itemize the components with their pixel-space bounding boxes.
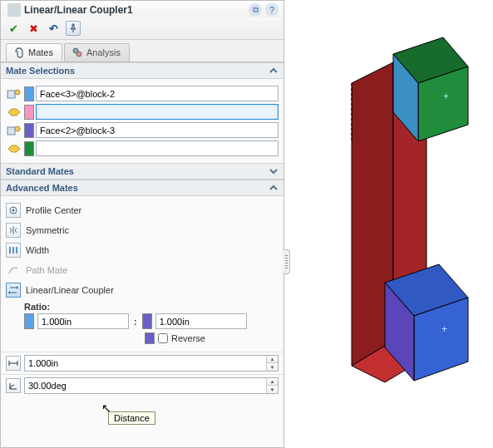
option-width-label: Width xyxy=(26,245,49,255)
selection-input-d[interactable] xyxy=(36,140,279,156)
ratio-swatch-a xyxy=(24,313,34,329)
mate-component-icon xyxy=(6,105,22,120)
swatch-b xyxy=(24,105,34,120)
tooltip: Distance xyxy=(108,411,155,425)
distance-spin-up[interactable]: ▲ xyxy=(267,356,278,363)
undo-button[interactable]: ↶ xyxy=(46,21,61,36)
option-profile-center-label: Profile Center xyxy=(26,205,81,215)
mate-entity-icon xyxy=(6,123,22,138)
section-mate-selections-label: Mate Selections xyxy=(6,66,269,76)
section-advanced-mates-header[interactable]: Advanced Mates xyxy=(1,180,283,196)
pin-button[interactable] xyxy=(66,21,81,36)
section-advanced-mates-body: Profile Center Symmetric Width Path Mate… xyxy=(1,196,283,352)
reverse-label: Reverse xyxy=(171,333,205,343)
svg-marker-14 xyxy=(17,286,18,289)
svg-point-7 xyxy=(12,209,15,212)
section-standard-mates-header[interactable]: Standard Mates xyxy=(1,163,283,180)
section-mate-selections-body xyxy=(1,79,283,163)
action-bar: ✔ ✖ ↶ xyxy=(1,17,283,40)
symmetric-icon xyxy=(6,223,21,238)
profile-center-icon xyxy=(6,203,21,218)
ok-button[interactable]: ✔ xyxy=(6,21,21,36)
svg-marker-15 xyxy=(8,291,10,294)
ratio-separator: : xyxy=(132,317,139,327)
angle-row: ▲ ▼ xyxy=(1,374,283,396)
tab-mates[interactable]: Mates xyxy=(6,43,62,62)
section-advanced-mates-label: Advanced Mates xyxy=(6,183,269,193)
option-symmetric-label: Symmetric xyxy=(26,225,69,235)
svg-rect-4 xyxy=(7,127,15,135)
distance-spin-down[interactable]: ▼ xyxy=(267,363,278,371)
cancel-button[interactable]: ✖ xyxy=(26,21,41,36)
distance-icon xyxy=(6,356,21,371)
angle-input-wrap: ▲ ▼ xyxy=(24,377,279,394)
help-icon[interactable]: ? xyxy=(265,3,279,17)
3d-scene: + + xyxy=(302,33,476,416)
mate-entity-icon xyxy=(6,86,22,101)
reverse-row: Reverse xyxy=(145,332,279,344)
ratio-swatch-b xyxy=(142,313,152,329)
option-linear-coupler-label: Linear/Linear Coupler xyxy=(26,285,114,295)
svg-point-1 xyxy=(76,52,81,57)
cube-origin-marker: + xyxy=(441,323,447,335)
chevron-down-icon xyxy=(269,166,279,176)
reverse-checkbox[interactable] xyxy=(158,333,168,343)
tab-bar: Mates Analysis xyxy=(1,40,283,62)
swatch-a xyxy=(24,86,34,101)
swatch-c xyxy=(24,123,34,138)
svg-rect-2 xyxy=(7,91,15,98)
mate-feature-icon xyxy=(7,3,21,17)
angle-input[interactable] xyxy=(25,381,266,391)
mate-component-icon xyxy=(6,141,22,156)
angle-spin-up[interactable]: ▲ xyxy=(267,378,278,386)
tab-analysis[interactable]: Analysis xyxy=(64,43,130,62)
linear-coupler-icon xyxy=(6,283,21,298)
swatch-d xyxy=(24,141,34,156)
ratio-input-b[interactable] xyxy=(155,313,247,329)
distance-input-wrap: ▲ ▼ xyxy=(24,355,279,372)
ratio-block: Ratio: : Reverse xyxy=(24,302,279,344)
tab-mates-label: Mates xyxy=(28,47,53,57)
ratio-input-a[interactable] xyxy=(37,313,129,329)
option-profile-center[interactable]: Profile Center xyxy=(6,200,279,220)
selection-input-c[interactable] xyxy=(36,122,279,138)
3d-viewport[interactable]: + + xyxy=(284,0,493,448)
chevron-up-icon xyxy=(269,183,279,193)
section-mate-selections-header[interactable]: Mate Selections xyxy=(1,62,283,79)
width-icon xyxy=(6,243,21,258)
chevron-up-icon xyxy=(269,66,279,76)
svg-point-3 xyxy=(15,90,20,95)
option-width[interactable]: Width xyxy=(6,240,279,260)
green-cube: + xyxy=(393,37,468,141)
distance-input[interactable] xyxy=(25,358,266,368)
path-mate-icon xyxy=(6,263,21,278)
settings-help-icon[interactable]: ⧉ xyxy=(249,3,262,17)
option-linear-coupler[interactable]: Linear/Linear Coupler xyxy=(6,280,279,300)
panel-titlebar: Linear/Linear Coupler1 ⧉ ? xyxy=(1,1,283,17)
paperclip-icon xyxy=(13,47,25,58)
tab-analysis-label: Analysis xyxy=(86,47,121,57)
angle-icon xyxy=(6,378,21,393)
distance-row: ▲ ▼ xyxy=(1,352,283,374)
option-path-mate-label: Path Mate xyxy=(26,265,67,275)
selection-input-b[interactable] xyxy=(36,104,279,120)
svg-point-5 xyxy=(15,126,20,131)
cube-origin-marker: + xyxy=(443,91,449,102)
property-panel: Linear/Linear Coupler1 ⧉ ? ✔ ✖ ↶ Mates A… xyxy=(0,0,284,448)
reverse-swatch xyxy=(145,332,155,344)
angle-spin-down[interactable]: ▼ xyxy=(267,386,278,393)
section-standard-mates-label: Standard Mates xyxy=(6,166,269,176)
selection-input-a[interactable] xyxy=(36,86,279,101)
option-symmetric[interactable]: Symmetric xyxy=(6,220,279,240)
analysis-icon xyxy=(71,47,83,58)
ratio-label: Ratio: xyxy=(24,302,279,312)
option-path-mate: Path Mate xyxy=(6,260,279,280)
panel-title: Linear/Linear Coupler1 xyxy=(24,4,245,16)
